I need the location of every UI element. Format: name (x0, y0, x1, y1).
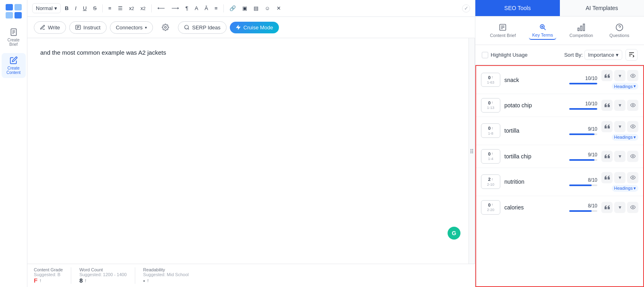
term-count-badge[interactable]: 0 ↑ 1-63 (481, 73, 500, 87)
term-score-label: 10/10 (585, 76, 597, 81)
subscript-button[interactable]: x2 (127, 4, 137, 13)
sidebar-item-create-brief[interactable]: Create Brief (2, 25, 26, 50)
term-view-button[interactable] (627, 70, 638, 81)
headings-tag[interactable]: Headings▾ (612, 83, 638, 90)
instruct-button[interactable]: Instruct (69, 21, 107, 34)
term-expand-button[interactable]: ▾ (614, 70, 625, 81)
term-count-badge[interactable]: 0 ↑ 2-20 (481, 200, 500, 215)
svg-point-39 (632, 156, 633, 157)
sort-lines-icon (628, 51, 635, 57)
term-view-button[interactable] (627, 121, 638, 132)
connectors-button[interactable]: Connectors ▾ (110, 21, 153, 34)
term-quote-button[interactable] (601, 121, 613, 132)
cruise-mode-button[interactable]: Cruise Mode (230, 22, 279, 33)
term-view-button[interactable] (627, 100, 638, 111)
check-button[interactable]: ✓ (462, 4, 470, 12)
emoji-button[interactable]: ☺ (262, 4, 272, 13)
filter-sort-icon-button[interactable] (625, 49, 638, 61)
bold-button[interactable]: B (62, 4, 71, 13)
term-name: calories (504, 204, 561, 211)
term-quote-button[interactable] (601, 100, 613, 111)
term-view-button[interactable] (627, 151, 638, 162)
headings-tag[interactable]: Headings▾ (612, 185, 638, 192)
tab-ai-templates[interactable]: AI Templates (560, 0, 644, 16)
svg-point-19 (472, 150, 473, 152)
sidebar-item-create-content[interactable]: Create Content (2, 53, 26, 78)
align-left-button[interactable]: ⟵ (155, 4, 167, 13)
term-expand-button[interactable]: ▾ (614, 202, 625, 213)
eye-icon (630, 73, 636, 78)
write-button[interactable]: Write (34, 21, 66, 34)
write-icon (40, 25, 45, 30)
term-quote-button[interactable] (601, 151, 613, 162)
format-style-select[interactable]: Normal ▾ (32, 3, 61, 13)
word-count-value: 8 ↑ (79, 277, 126, 284)
svg-point-26 (540, 25, 544, 29)
nav-questions[interactable]: Questions (606, 22, 633, 39)
word-count-stat: Word Count Suggested: 1200 - 1400 8 ↑ (79, 267, 135, 284)
headings-tag[interactable]: Headings▾ (612, 134, 638, 141)
serp-ideas-button[interactable]: SERP Ideas (178, 21, 227, 34)
sort-by-select[interactable]: Importance ▾ (584, 50, 622, 60)
nav-competition[interactable]: Competition (566, 22, 597, 39)
grammarly-badge[interactable]: G (448, 227, 460, 240)
clear-format-button[interactable]: ✕ (274, 4, 283, 13)
readability-suggested: Suggested: Mid School (143, 272, 189, 277)
term-count-value: 0 (488, 100, 491, 106)
highlight-button[interactable]: Ā (202, 4, 211, 13)
nav-key-terms-label: Key Terms (532, 33, 553, 37)
font-color-button[interactable]: A (192, 4, 201, 13)
main-editor-area: Normal ▾ B I U S ≡ ☰ x2 x2 ⟵ ⟶ ¶ A Ā ≡ 🔗… (27, 0, 475, 287)
highlight-checkbox-box[interactable] (482, 52, 488, 58)
term-quote-button[interactable] (601, 172, 613, 183)
word-count-label: Word Count (79, 267, 126, 272)
italic-button[interactable]: I (72, 4, 79, 13)
table-button[interactable]: ▤ (251, 4, 261, 13)
term-expand-button[interactable]: ▾ (614, 172, 625, 183)
questions-icon (615, 23, 623, 31)
underline-button[interactable]: U (80, 4, 89, 13)
quote-icon (605, 205, 610, 210)
sort-by-control[interactable]: Sort By: Importance ▾ (564, 50, 622, 60)
brief-icon (499, 23, 507, 31)
resize-handle[interactable] (469, 38, 475, 264)
term-score-area: 8/10 (565, 177, 597, 186)
nav-content-brief[interactable]: Content Brief (487, 22, 519, 39)
term-expand-button[interactable]: ▾ (614, 121, 625, 132)
format-style-value: Normal (36, 5, 53, 11)
term-view-button[interactable] (627, 172, 638, 183)
term-count-badge[interactable]: 0 ↑ 1-4 (481, 149, 500, 164)
term-score-area: 10/10 (565, 76, 597, 84)
term-expand-button[interactable]: ▾ (614, 151, 625, 162)
superscript-button[interactable]: x2 (138, 4, 148, 13)
ordered-list-button[interactable]: ≡ (106, 4, 114, 13)
term-count-badge[interactable]: 0 ↑ 1-13 (481, 98, 500, 113)
term-quote-button[interactable] (601, 202, 613, 213)
readability-number: - (143, 277, 145, 284)
headings-caret-icon: ▾ (634, 84, 636, 89)
term-count-badge[interactable]: 2 ↑ 2-10 (481, 174, 500, 189)
term-score-label: 9/10 (588, 126, 597, 132)
unordered-list-button[interactable]: ☰ (116, 4, 125, 13)
svg-point-41 (632, 207, 633, 208)
term-quote-button[interactable] (601, 70, 613, 81)
word-count-suggested: Suggested: 1200 - 1400 (79, 272, 126, 277)
term-score-fill (569, 83, 597, 84)
highlight-usage-toggle[interactable]: Highlight Usage (482, 52, 528, 58)
strikethrough-button[interactable]: S (91, 4, 99, 13)
sidebar-label-create-brief: Create Brief (3, 38, 24, 47)
paragraph-button[interactable]: ¶ (183, 4, 191, 13)
term-view-button[interactable] (627, 202, 638, 213)
term-count-range: 2-20 (487, 208, 494, 213)
editor-content-area[interactable]: and the most common example was A2 jacke… (27, 38, 469, 264)
link-button[interactable]: 🔗 (227, 4, 238, 13)
align-right-button[interactable]: ⟶ (169, 4, 182, 13)
tab-seo-tools[interactable]: SEO Tools (475, 0, 560, 16)
text-align-button[interactable]: ≡ (212, 4, 220, 13)
image-button[interactable]: ▣ (240, 4, 250, 13)
nav-key-terms[interactable]: Key Terms (529, 21, 556, 40)
term-score-bar (569, 159, 597, 161)
term-expand-button[interactable]: ▾ (614, 100, 625, 111)
term-count-badge[interactable]: 0 ↑ 1-8 (481, 123, 500, 138)
settings-button[interactable] (156, 21, 175, 34)
